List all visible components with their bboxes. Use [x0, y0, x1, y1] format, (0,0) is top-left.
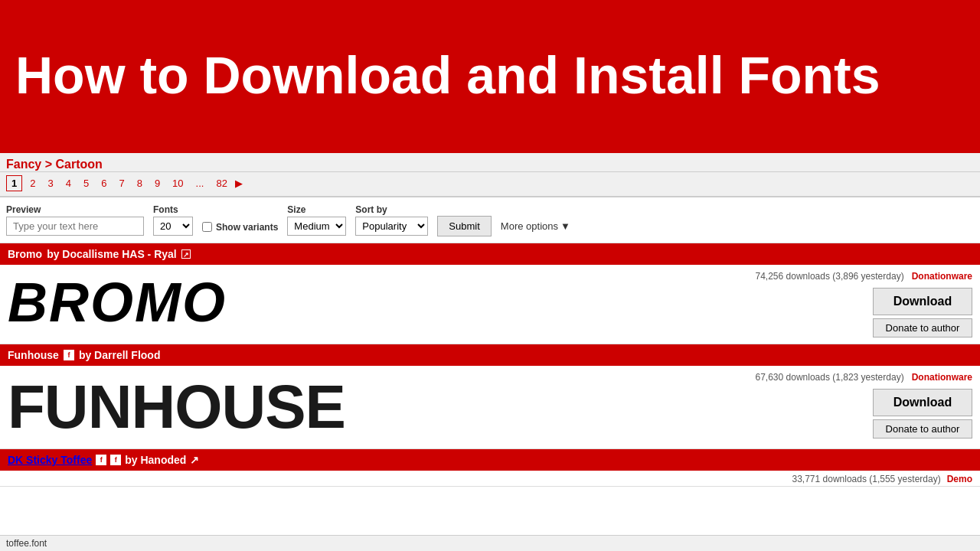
- page-7[interactable]: 7: [114, 176, 129, 191]
- funhouse-icon-box: f: [64, 350, 74, 360]
- show-variants-label: Show variants: [216, 222, 278, 233]
- filters-bar: Preview Fonts 20 50 100 Show variants Si…: [0, 197, 980, 243]
- font-section-bromo: Bromo by Docallisme HAS - Ryal ↗ BROMO 7…: [0, 243, 980, 344]
- bromo-download-button[interactable]: Download: [873, 288, 972, 315]
- preview-input[interactable]: [6, 217, 144, 236]
- size-select[interactable]: Small Medium Large X-Large: [287, 217, 346, 236]
- preview-group: Preview: [6, 204, 144, 236]
- more-options-button[interactable]: More options ▼: [501, 220, 570, 232]
- dk-downloads-info-row: 33,771 downloads (1,555 yesterday) Demo: [0, 471, 980, 486]
- page-4[interactable]: 4: [61, 176, 76, 191]
- sortby-label: Sort by: [355, 204, 428, 215]
- page-title: How to Download and Install Fonts: [15, 47, 880, 104]
- page-3[interactable]: 3: [43, 176, 57, 191]
- external-link-icon[interactable]: ↗: [181, 249, 191, 259]
- funhouse-downloads-info: 67,630 downloads (1,823 yesterday) Donat…: [756, 372, 973, 383]
- bromo-license-badge: Donationware: [912, 271, 972, 282]
- page-8[interactable]: 8: [132, 176, 147, 191]
- bromo-downloads-info: 74,256 downloads (3,896 yesterday) Donat…: [756, 271, 973, 282]
- page-5[interactable]: 5: [79, 176, 93, 191]
- bromo-body: BROMO 74,256 downloads (3,896 yesterday)…: [0, 265, 980, 344]
- funhouse-preview-text: FUNHOUSE: [8, 372, 756, 442]
- funhouse-download-button[interactable]: Download: [873, 389, 972, 416]
- page-10[interactable]: 10: [168, 176, 188, 191]
- submit-button[interactable]: Submit: [437, 216, 491, 236]
- page-2[interactable]: 2: [25, 176, 40, 191]
- fonts-select[interactable]: 20 50 100: [153, 217, 193, 236]
- chevron-down-icon: ▼: [560, 220, 570, 232]
- size-label: Size: [287, 204, 346, 215]
- header-banner: How to Download and Install Fonts: [0, 0, 980, 153]
- funhouse-preview-area: FUNHOUSE: [8, 372, 756, 442]
- dk-icon-box-1: f: [96, 455, 106, 465]
- bromo-preview-area: BROMO: [8, 271, 756, 334]
- dk-sticky-toffee-author: by Hanoded: [125, 454, 186, 466]
- pagination: 1 2 3 4 5 6 7 8 9 10 ... 82 ▶: [0, 172, 980, 197]
- show-variants-group: Show variants: [202, 222, 278, 233]
- fonts-label: Fonts: [153, 204, 193, 215]
- font-header-funhouse: Funhouse f by Darrell Flood: [0, 344, 980, 366]
- funhouse-author: by Darrell Flood: [79, 349, 161, 361]
- funhouse-actions: 67,630 downloads (1,823 yesterday) Donat…: [756, 372, 973, 439]
- page-9[interactable]: 9: [150, 176, 165, 191]
- fonts-group: Fonts 20 50 100: [153, 204, 193, 236]
- show-variants-checkbox[interactable]: [202, 222, 212, 232]
- dk-downloads-info: 33,771 downloads (1,555 yesterday): [792, 474, 941, 484]
- page-6[interactable]: 6: [96, 176, 111, 191]
- breadcrumb-bar: Fancy > Cartoon: [0, 153, 980, 172]
- page-82[interactable]: 82: [211, 176, 231, 191]
- dk-sticky-toffee-font-link[interactable]: DK Sticky Toffee: [8, 454, 92, 466]
- font-header-dk-sticky-toffee: DK Sticky Toffee f f by Hanoded ↗: [0, 449, 980, 471]
- dk-external-link-icon[interactable]: ↗: [190, 454, 199, 466]
- font-section-funhouse: Funhouse f by Darrell Flood FUNHOUSE 67,…: [0, 344, 980, 449]
- preview-label: Preview: [6, 204, 144, 215]
- bromo-preview-text: BROMO: [8, 271, 756, 334]
- dk-icon-box-2: f: [110, 455, 121, 465]
- font-section-dk-sticky-toffee: DK Sticky Toffee f f by Hanoded ↗ 33,771…: [0, 449, 980, 487]
- bromo-donate-button[interactable]: Donate to author: [873, 318, 972, 337]
- sortby-select[interactable]: Popularity Name Date Downloads: [355, 217, 428, 236]
- bromo-font-link[interactable]: Bromo: [8, 248, 42, 260]
- funhouse-font-link[interactable]: Funhouse: [8, 349, 59, 361]
- size-group: Size Small Medium Large X-Large: [287, 204, 346, 236]
- funhouse-donate-button[interactable]: Donate to author: [873, 419, 972, 439]
- breadcrumb[interactable]: Fancy > Cartoon: [6, 158, 103, 171]
- funhouse-body: FUNHOUSE 67,630 downloads (1,823 yesterd…: [0, 366, 980, 448]
- next-page-arrow[interactable]: ▶: [235, 178, 243, 189]
- dk-license-badge: Demo: [947, 474, 972, 484]
- funhouse-license-badge: Donationware: [912, 372, 972, 383]
- sortby-group: Sort by Popularity Name Date Downloads: [355, 204, 428, 236]
- page-1[interactable]: 1: [6, 175, 22, 191]
- page-ellipsis: ...: [191, 176, 209, 191]
- bromo-author: by Docallisme HAS - Ryal: [47, 248, 177, 260]
- font-header-bromo: Bromo by Docallisme HAS - Ryal ↗: [0, 243, 980, 265]
- bromo-actions: 74,256 downloads (3,896 yesterday) Donat…: [756, 271, 973, 337]
